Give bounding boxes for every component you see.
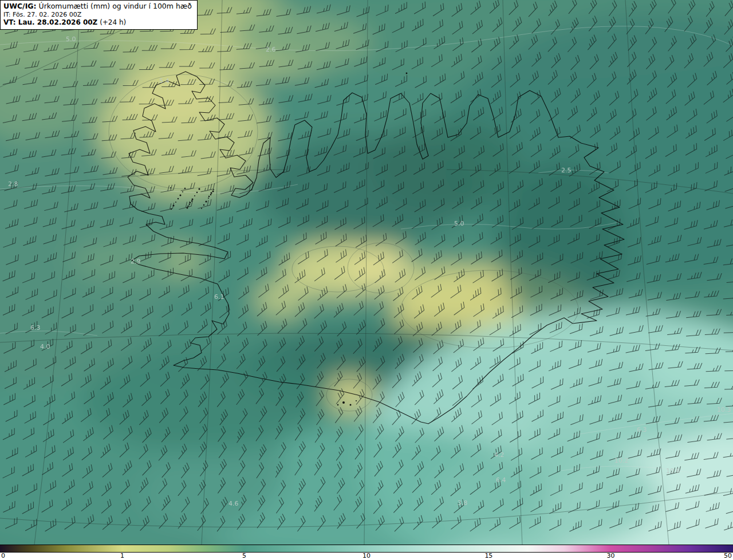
contour-label: 6.1: [214, 293, 224, 301]
contour-label: 2.8: [8, 180, 18, 188]
colorbar-tick: 15: [484, 552, 492, 559]
map-title-box: UWC/IG: Úrkomumætti (mm) og vindur í 100…: [0, 0, 198, 30]
contour-label: 10.6: [666, 467, 680, 475]
island-dot: [184, 188, 186, 189]
island-dot: [182, 191, 183, 192]
island-dot: [206, 201, 207, 203]
map-canvas: 5.02.65.42.82.55.02.96.16.34.010.36.34.2…: [0, 0, 733, 545]
contour-label: 6.3: [637, 426, 647, 433]
island-dot: [350, 404, 352, 406]
contour-label: 5.0: [66, 36, 76, 43]
island-dot: [194, 195, 195, 196]
island-dot: [210, 194, 211, 195]
island-dot: [342, 401, 345, 404]
island-dot: [180, 195, 182, 196]
colorbar-tick: 1: [120, 552, 124, 559]
contour-label: 4.2: [494, 451, 505, 459]
island-dot: [337, 404, 338, 405]
contour-label: 3.8: [458, 499, 468, 507]
contour-label: 10.3: [717, 406, 731, 413]
island-dot: [203, 204, 204, 206]
valid-time-suffix: (+24 h): [97, 18, 126, 26]
island-dot: [406, 73, 408, 74]
precip-colorbar: 01510153050: [0, 545, 733, 560]
weather-forecast-map: 5.02.65.42.82.55.02.96.16.34.010.36.34.2…: [0, 0, 733, 560]
island-dot: [178, 198, 179, 199]
island-dot: [208, 198, 209, 199]
contour-label: 2.6: [266, 46, 276, 53]
contour-label: 5.0: [454, 220, 464, 227]
contour-label: 6.4: [496, 476, 506, 484]
island-dot: [208, 196, 210, 197]
contour-label: 2.5: [561, 167, 572, 174]
island-dot: [199, 188, 200, 190]
island-dot: [211, 192, 212, 194]
colorbar-tick: 50: [724, 552, 732, 559]
colorbar-tick: 0: [1, 552, 5, 559]
colorbar-tick: 10: [362, 552, 371, 559]
island-dot: [187, 206, 188, 207]
island-dot: [212, 191, 214, 192]
contour-label: 10.2: [614, 457, 629, 464]
init-time: IT: Fös. 27. 02. 2026 00Z: [3, 11, 192, 18]
island-dot: [175, 202, 176, 203]
island-dot: [192, 199, 194, 200]
map-title: UWC/IG: Úrkomumætti (mm) og vindur í 100…: [3, 2, 192, 11]
contour-label: 6.3: [30, 324, 41, 332]
contour-label: 4.6: [228, 500, 239, 507]
island-dot: [201, 208, 202, 209]
valid-time-bold: VT: Lau. 28.02.2026 00Z: [3, 18, 97, 26]
contour-label: 4.0: [40, 343, 50, 350]
island-dot: [196, 192, 198, 193]
island-dot: [356, 400, 357, 401]
colorbar-tick: 5: [242, 552, 246, 559]
title-text: Úrkomumætti (mm) og vindur í 100m hæð: [37, 2, 192, 10]
colorbar-tick: 30: [607, 552, 615, 559]
colorbar-gradient: [0, 545, 733, 553]
product-label: UWC/IG:: [3, 2, 37, 10]
contour-label: 2.9: [131, 258, 141, 265]
colorbar-ticks: 01510153050: [0, 553, 733, 560]
valid-time: VT: Lau. 28.02.2026 00Z (+24 h): [3, 18, 192, 27]
contour-label: 5.4: [159, 77, 170, 85]
